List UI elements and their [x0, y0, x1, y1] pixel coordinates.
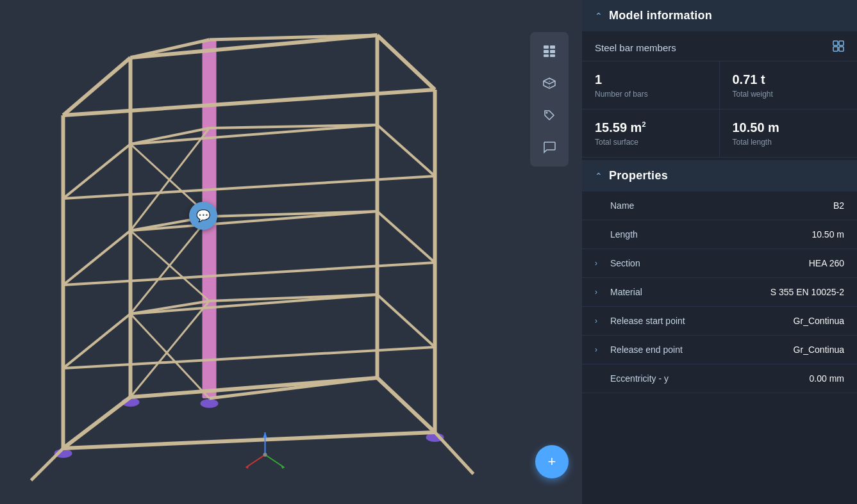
- prop-length-row: › Length 10.50 m: [582, 220, 857, 249]
- 3d-structure: [0, 0, 581, 504]
- svg-rect-65: [544, 45, 549, 49]
- prop-material-value: S 355 EN 10025-2: [770, 287, 844, 297]
- stat-total-length: 10.50 m Total length: [720, 110, 858, 157]
- svg-rect-0: [12, 0, 570, 504]
- svg-rect-75: [839, 47, 844, 51]
- tag-view-button[interactable]: [535, 101, 563, 129]
- section-chevron: ›: [595, 259, 604, 268]
- svg-rect-69: [544, 54, 549, 57]
- material-chevron: ›: [595, 288, 604, 297]
- svg-rect-73: [839, 41, 844, 45]
- viewport: 💬: [0, 0, 581, 504]
- prop-eccentricity-y-value: 0.00 mm: [810, 373, 844, 384]
- prop-name-value: B2: [833, 200, 844, 211]
- svg-rect-72: [833, 41, 838, 45]
- stats-row-1: 1 Number of bars 0.71 t Total weight: [582, 61, 857, 110]
- stat-total-weight-label: Total weight: [733, 90, 845, 99]
- prop-section-row[interactable]: › Section HEA 260: [582, 249, 857, 278]
- prop-release-end-row[interactable]: › Release end point Gr_Continua: [582, 336, 857, 364]
- svg-rect-68: [550, 50, 555, 53]
- prop-length-value: 10.50 m: [811, 229, 844, 240]
- model-info-chevron: ⌃: [595, 11, 603, 21]
- prop-release-end-label: Release end point: [610, 345, 794, 355]
- properties-chevron: ⌃: [595, 171, 603, 181]
- stat-total-surface-value: 15.59 m2: [595, 120, 706, 135]
- comment-bubble[interactable]: 💬: [189, 202, 217, 230]
- svg-rect-67: [544, 50, 549, 53]
- prop-release-start-row[interactable]: › Release start point Gr_Continua: [582, 307, 857, 336]
- svg-rect-70: [550, 54, 555, 57]
- model-info-title: Model information: [609, 9, 712, 22]
- prop-material-row[interactable]: › Material S 355 EN 10025-2: [582, 278, 857, 307]
- stats-row-2: 15.59 m2 Total surface 10.50 m Total len…: [582, 110, 857, 158]
- add-comment-fab[interactable]: +: [535, 445, 569, 478]
- stat-total-weight: 0.71 t Total weight: [720, 61, 858, 109]
- svg-point-6: [201, 399, 219, 408]
- stat-total-surface: 15.59 m2 Total surface: [582, 110, 720, 157]
- svg-rect-66: [550, 45, 555, 49]
- prop-release-end-value: Gr_Continua: [794, 345, 844, 355]
- prop-eccentricity-y-label: Eccentricity - y: [610, 373, 810, 384]
- properties-title: Properties: [609, 169, 668, 183]
- table-view-button[interactable]: [535, 37, 563, 65]
- prop-section-value: HEA 260: [809, 258, 844, 268]
- prop-name-row: › Name B2: [582, 191, 857, 220]
- prop-release-start-value: Gr_Continua: [794, 316, 844, 326]
- prop-eccentricity-y-row: › Eccentricity - y 0.00 mm: [582, 364, 857, 393]
- model-info-header[interactable]: ⌃ Model information: [582, 0, 857, 31]
- prop-name-label: Name: [610, 200, 833, 211]
- stat-number-of-bars: 1 Number of bars: [582, 61, 720, 109]
- prop-release-start-label: Release start point: [610, 316, 794, 326]
- release-start-chevron: ›: [595, 316, 604, 325]
- comment-view-button[interactable]: [535, 133, 563, 161]
- stat-total-length-label: Total length: [733, 138, 845, 147]
- prop-section-label: Section: [610, 258, 809, 268]
- svg-rect-74: [833, 47, 838, 51]
- stat-total-weight-value: 0.71 t: [733, 72, 845, 87]
- prop-length-label: Length: [610, 229, 811, 240]
- svg-point-61: [263, 453, 267, 457]
- 3d-view-button[interactable]: [535, 69, 563, 97]
- properties-header[interactable]: ⌃ Properties: [582, 160, 857, 191]
- steel-bar-label: Steel bar members: [595, 42, 676, 53]
- stat-number-of-bars-value: 1: [595, 72, 706, 87]
- prop-material-label: Material: [610, 287, 770, 297]
- right-panel: ⌃ Model information Steel bar members 1 …: [581, 0, 857, 504]
- viewport-toolbar: [530, 32, 569, 167]
- stat-number-of-bars-label: Number of bars: [595, 90, 706, 99]
- stat-total-surface-label: Total surface: [595, 138, 706, 147]
- release-end-chevron: ›: [595, 345, 604, 354]
- steel-bar-header: Steel bar members: [582, 31, 857, 61]
- stat-total-length-value: 10.50 m: [733, 120, 845, 135]
- grid-icon[interactable]: [833, 40, 844, 54]
- svg-point-71: [546, 112, 548, 114]
